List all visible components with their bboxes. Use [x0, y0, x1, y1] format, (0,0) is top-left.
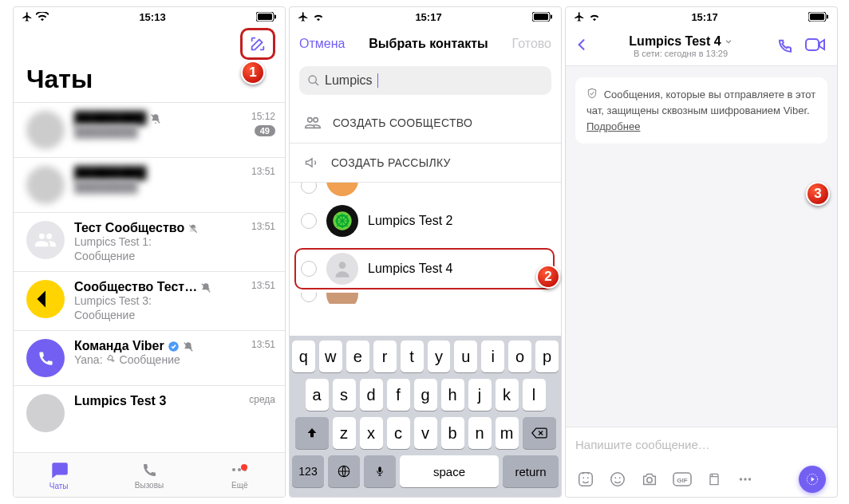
radio-unchecked[interactable] — [301, 293, 317, 302]
back-button[interactable] — [574, 37, 590, 56]
svg-rect-11 — [534, 14, 548, 20]
more-icon[interactable] — [736, 471, 754, 488]
sticker-icon[interactable] — [577, 471, 594, 488]
muted-icon — [200, 280, 211, 294]
create-broadcast-button[interactable]: СОЗДАТЬ РАССЫЛКУ — [290, 144, 561, 183]
letter-key[interactable]: s — [333, 379, 356, 411]
status-bar: 15:17 — [566, 7, 837, 26]
letter-key[interactable]: o — [508, 341, 531, 372]
numbers-key[interactable]: 123 — [292, 455, 324, 487]
letter-key[interactable]: n — [468, 417, 492, 449]
compose-button-highlight — [240, 28, 275, 60]
avatar — [326, 205, 358, 237]
video-call-button[interactable] — [802, 37, 829, 56]
letter-key[interactable]: d — [360, 379, 383, 411]
letter-key[interactable]: t — [401, 341, 424, 372]
keyboard[interactable]: qwertyuiop asdfghjkl zxcvbnm 123 space r… — [290, 336, 561, 497]
space-key[interactable]: space — [400, 455, 499, 487]
letter-key[interactable]: f — [387, 379, 410, 411]
contact-row-partial[interactable] — [290, 293, 561, 304]
svg-line-14 — [315, 82, 318, 85]
phone-icon — [140, 460, 159, 479]
screen-select-contacts: 15:17 Отмена Выбрать контакты Готово Lum… — [289, 6, 562, 498]
gif-icon[interactable]: GIF — [673, 472, 692, 486]
backspace-key[interactable] — [523, 417, 556, 449]
letter-key[interactable]: l — [523, 379, 546, 411]
done-button[interactable]: Готово — [512, 37, 551, 51]
contact-row[interactable]: Lumpics Test 2 — [290, 197, 561, 245]
svg-rect-2 — [274, 15, 276, 19]
muted-icon — [150, 111, 161, 125]
globe-key[interactable] — [328, 455, 360, 487]
gallery-icon[interactable] — [706, 471, 722, 488]
message-input[interactable]: Напишите сообщение… — [566, 427, 837, 462]
search-input[interactable]: Lumpics — [299, 66, 551, 95]
letter-key[interactable]: k — [496, 379, 519, 411]
contact-row-highlighted[interactable]: Lumpics Test 4 — [290, 245, 561, 293]
return-key[interactable]: return — [503, 455, 559, 487]
voice-call-button[interactable] — [772, 35, 797, 57]
letter-key[interactable]: y — [428, 341, 451, 372]
cancel-button[interactable]: Отмена — [299, 37, 345, 51]
step-marker-2: 2 — [536, 265, 560, 289]
chat-list[interactable]: ████████ ████████ 15:12 49 █████████████… — [14, 102, 285, 452]
letter-key[interactable]: p — [535, 341, 559, 372]
chat-header: Lumpics Test 4 В сети: сегодня в 13:29 — [566, 26, 837, 66]
create-community-button[interactable]: СОЗДАТЬ СООБЩЕСТВО — [290, 103, 561, 144]
letter-key[interactable]: r — [373, 341, 397, 372]
avatar — [26, 394, 65, 432]
screen-chat: 15:17 Lumpics Test 4 В сети: сегодня в 1… — [565, 6, 838, 498]
search-value: Lumpics — [325, 73, 373, 88]
letter-key[interactable]: g — [414, 379, 437, 411]
radio-unchecked[interactable] — [301, 213, 317, 229]
letter-key[interactable]: h — [441, 379, 464, 411]
letter-key[interactable]: e — [346, 341, 369, 372]
chat-row[interactable]: ████████ ████████ 15:12 49 — [14, 102, 285, 158]
camera-icon[interactable] — [641, 471, 658, 488]
emoji-icon[interactable] — [609, 471, 626, 488]
chat-title[interactable]: Lumpics Test 4 — [629, 34, 732, 49]
avatar — [26, 221, 65, 259]
compose-icon[interactable] — [249, 35, 267, 53]
tab-calls[interactable]: Вызовы — [104, 453, 194, 497]
letter-key[interactable]: b — [441, 417, 464, 449]
letter-key[interactable]: j — [468, 379, 492, 411]
letter-key[interactable]: i — [481, 341, 504, 372]
chat-row[interactable]: Сообщество Тест… Lumpics Test 3: Сообщен… — [14, 272, 285, 331]
chat-row[interactable]: Тест Сообщество Lumpics Test 1: Сообщени… — [14, 213, 285, 272]
letter-key[interactable]: m — [496, 417, 519, 449]
svg-point-28 — [614, 477, 616, 478]
wifi-icon — [312, 12, 325, 22]
dictation-key[interactable] — [364, 455, 396, 487]
muted-icon — [188, 221, 199, 235]
radio-unchecked[interactable] — [301, 261, 317, 277]
send-voice-button[interactable] — [799, 466, 826, 493]
letter-key[interactable]: x — [360, 417, 383, 449]
shift-key[interactable] — [295, 417, 329, 449]
svg-rect-19 — [378, 467, 381, 472]
tab-more[interactable]: Ещё — [195, 453, 285, 497]
airplane-icon — [22, 11, 33, 22]
letter-key[interactable]: a — [306, 379, 329, 411]
contact-list[interactable]: Lumpics Test 2 Lumpics Test 4 — [290, 183, 561, 336]
contact-row-partial[interactable] — [290, 183, 561, 197]
tab-bar: Чаты Вызовы Ещё — [14, 452, 285, 497]
svg-rect-22 — [827, 15, 828, 19]
chat-body[interactable]: Сообщения, которые вы отправляете в этот… — [566, 66, 837, 427]
letter-key[interactable]: v — [414, 417, 437, 449]
tab-chats[interactable]: Чаты — [14, 453, 104, 497]
chat-time: среда — [249, 394, 275, 405]
letter-key[interactable]: w — [319, 341, 342, 372]
svg-point-25 — [582, 477, 584, 478]
radio-unchecked[interactable] — [301, 183, 317, 194]
chat-row[interactable]: ████████████████ 13:51 — [14, 158, 285, 213]
letter-key[interactable]: q — [292, 341, 315, 372]
chat-row[interactable]: Lumpics Test 3 среда — [14, 386, 285, 440]
step-marker-1: 1 — [241, 61, 265, 85]
letter-key[interactable]: u — [454, 341, 477, 372]
learn-more-link[interactable]: Подробнее — [586, 120, 640, 132]
chat-row[interactable]: Команда Viber Yana: Сообщение 13:51 — [14, 331, 285, 386]
letter-key[interactable]: c — [387, 417, 410, 449]
letter-key[interactable]: z — [333, 417, 356, 449]
more-icon — [230, 460, 249, 479]
